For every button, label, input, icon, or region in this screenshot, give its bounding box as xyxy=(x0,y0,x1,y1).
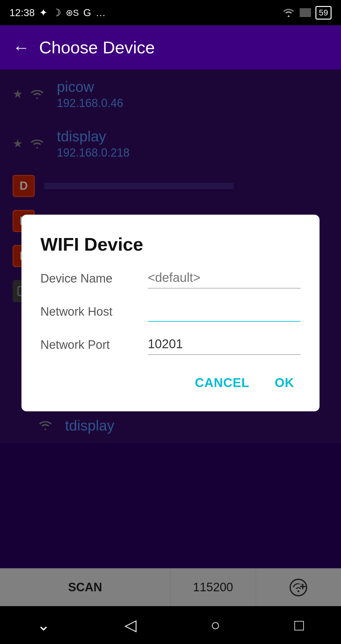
device-name-input[interactable] xyxy=(148,271,301,285)
network-port-input[interactable] xyxy=(148,337,301,351)
bluetooth-icon: ✦ xyxy=(39,7,48,19)
nav-down-icon[interactable]: ⌄ xyxy=(37,616,50,634)
network-host-label: Network Host xyxy=(40,305,148,322)
network-port-label: Network Port xyxy=(40,338,148,355)
network-host-input[interactable] xyxy=(148,304,301,318)
cancel-button[interactable]: CANCEL xyxy=(188,370,256,396)
ok-button[interactable]: OK xyxy=(268,370,301,396)
network-host-row: Network Host xyxy=(40,304,301,322)
app-bar: ← Choose Device xyxy=(0,25,341,69)
cogspin-icon: ⊛S xyxy=(66,8,79,18)
network-host-input-wrap[interactable] xyxy=(148,304,301,322)
page-title: Choose Device xyxy=(39,38,155,57)
battery-indicator: 59 xyxy=(315,6,332,20)
status-time: 12:38 xyxy=(9,7,35,19)
dots-icon: … xyxy=(96,7,106,19)
nav-recent-icon[interactable]: □ xyxy=(294,616,304,634)
network-port-input-wrap[interactable] xyxy=(148,337,301,355)
wifi-status-icon xyxy=(282,6,295,19)
nav-bar: ⌄ ◁ ○ □ xyxy=(0,606,341,644)
status-bar: 12:38 ✦ ☽ ⊛S G … 59 xyxy=(0,0,341,25)
nav-back-icon[interactable]: ◁ xyxy=(124,616,136,634)
device-name-label: Device Name xyxy=(40,272,148,289)
back-button[interactable]: ← xyxy=(13,38,30,57)
g-icon: G xyxy=(83,7,91,19)
nav-home-icon[interactable]: ○ xyxy=(211,616,220,634)
device-name-input-wrap[interactable] xyxy=(148,271,301,289)
dialog-actions: CANCEL OK xyxy=(40,370,301,396)
dialog-title: WIFI Device xyxy=(40,234,301,255)
device-name-row: Device Name xyxy=(40,271,301,289)
status-right: 59 xyxy=(282,6,332,20)
moon-icon: ☽ xyxy=(52,7,61,19)
wifi-device-dialog: WIFI Device Device Name Network Host Net… xyxy=(21,215,320,411)
status-left: 12:38 ✦ ☽ ⊛S G … xyxy=(9,7,106,19)
network-port-row: Network Port xyxy=(40,337,301,355)
signal-icon xyxy=(300,8,311,17)
